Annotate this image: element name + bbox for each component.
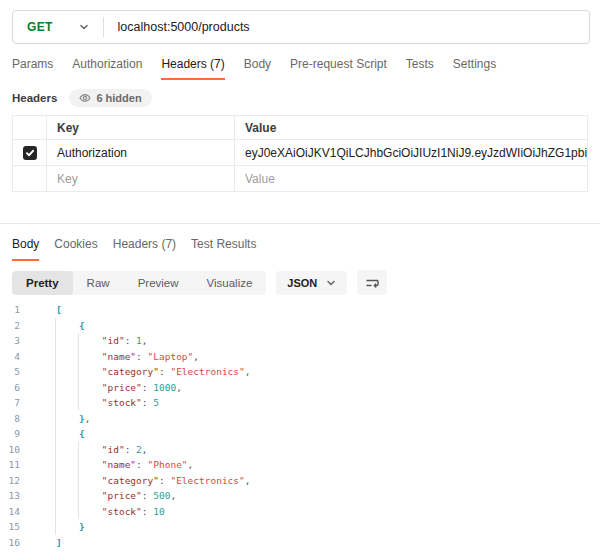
- line-number: 10: [0, 442, 20, 458]
- response-toolbar: Pretty Raw Preview Visualize JSON: [0, 270, 600, 295]
- headers-section-title: Headers: [12, 92, 57, 104]
- indent-guide: [78, 333, 79, 411]
- table-row: Authorization eyJ0eXAiOiJKV1QiLCJhbGciOi…: [13, 140, 588, 166]
- method-label: GET: [27, 20, 53, 34]
- divider: [103, 17, 104, 37]
- key-column-header: Key: [47, 116, 235, 140]
- hidden-headers-toggle[interactable]: 6 hidden: [69, 89, 151, 107]
- view-mode-switcher: Pretty Raw Preview Visualize: [12, 271, 266, 295]
- new-value-input[interactable]: Value: [235, 166, 588, 192]
- response-tab-cookies[interactable]: Cookies: [54, 237, 97, 261]
- header-value-cell[interactable]: eyJ0eXAiOiJKV1QiLCJhbGciOiJIUzI1NiJ9.eyJ…: [235, 140, 588, 166]
- view-mode-raw[interactable]: Raw: [73, 271, 124, 295]
- method-dropdown[interactable]: GET: [13, 20, 103, 34]
- code-line: 8 },: [0, 411, 600, 427]
- value-column-header: Value: [235, 116, 588, 140]
- code-line: 1[: [0, 302, 600, 318]
- code-line: 16]: [0, 535, 600, 551]
- header-enabled-cell: [13, 140, 47, 166]
- hidden-headers-count: 6 hidden: [96, 92, 141, 104]
- indent-guide: [78, 442, 79, 520]
- code-line: 14 "stock": 10: [0, 504, 600, 520]
- code-line: 13 "price": 500,: [0, 488, 600, 504]
- tab-pre-request-script[interactable]: Pre-request Script: [290, 57, 387, 80]
- code-line: 11 "name": "Phone",: [0, 457, 600, 473]
- format-dropdown[interactable]: JSON: [276, 271, 347, 295]
- empty-checkbox-cell: [13, 166, 47, 192]
- response-tabs: Body Cookies Headers (7) Test Results: [0, 237, 600, 261]
- url-input[interactable]: [118, 20, 589, 34]
- eye-icon: [79, 92, 91, 104]
- format-selected-label: JSON: [287, 277, 317, 289]
- tab-settings[interactable]: Settings: [453, 57, 496, 80]
- line-number: 2: [0, 318, 20, 334]
- response-tab-test-results[interactable]: Test Results: [191, 237, 256, 261]
- header-key-cell[interactable]: Authorization: [47, 140, 235, 166]
- code-line: 15 }: [0, 519, 600, 535]
- code-line: 12 "category": "Electronics",: [0, 473, 600, 489]
- code-line: 6 "price": 1000,: [0, 380, 600, 396]
- line-number: 11: [0, 457, 20, 473]
- tab-tests[interactable]: Tests: [406, 57, 434, 80]
- line-number: 9: [0, 426, 20, 442]
- line-number: 15: [0, 519, 20, 535]
- line-number: 3: [0, 333, 20, 349]
- code-line: 4 "name": "Laptop",: [0, 349, 600, 365]
- response-tab-headers[interactable]: Headers (7): [113, 237, 176, 261]
- response-section-divider: [0, 223, 600, 224]
- line-number: 16: [0, 535, 20, 551]
- headers-section-header: Headers 6 hidden: [0, 89, 600, 107]
- headers-table: Key Value Authorization eyJ0eXAiOiJKV1Qi…: [12, 115, 588, 192]
- tab-authorization[interactable]: Authorization: [72, 57, 142, 80]
- response-tab-body[interactable]: Body: [12, 237, 39, 261]
- line-number: 6: [0, 380, 20, 396]
- line-number: 13: [0, 488, 20, 504]
- line-number: 1: [0, 302, 20, 318]
- view-mode-pretty[interactable]: Pretty: [12, 271, 73, 295]
- tab-body[interactable]: Body: [244, 57, 271, 80]
- line-number: 4: [0, 349, 20, 365]
- line-number: 5: [0, 364, 20, 380]
- wrap-text-button[interactable]: [357, 270, 387, 295]
- line-number: 8: [0, 411, 20, 427]
- line-number: 12: [0, 473, 20, 489]
- wrap-text-icon: [364, 275, 380, 291]
- indent-guide: [55, 318, 56, 535]
- code-line: 10 "id": 2,: [0, 442, 600, 458]
- table-header-row: Key Value: [13, 116, 588, 140]
- tab-params[interactable]: Params: [12, 57, 53, 80]
- response-code[interactable]: 1[2 {3 "id": 1,4 "name": "Laptop",5 "cat…: [0, 302, 600, 550]
- header-enabled-checkbox[interactable]: [23, 146, 37, 160]
- tab-headers[interactable]: Headers (7): [161, 57, 224, 80]
- checkbox-column-header: [13, 116, 47, 140]
- code-line: 3 "id": 1,: [0, 333, 600, 349]
- table-row-placeholder: Key Value: [13, 166, 588, 192]
- chevron-down-icon: [79, 22, 89, 32]
- code-line: 9 {: [0, 426, 600, 442]
- code-line: 7 "stock": 5: [0, 395, 600, 411]
- line-number: 14: [0, 504, 20, 520]
- code-line: 5 "category": "Electronics",: [0, 364, 600, 380]
- request-url-bar: GET: [12, 10, 590, 44]
- new-key-input[interactable]: Key: [47, 166, 235, 192]
- code-line: 2 {: [0, 318, 600, 334]
- line-number: 7: [0, 395, 20, 411]
- request-tabs: Params Authorization Headers (7) Body Pr…: [0, 57, 600, 80]
- view-mode-visualize[interactable]: Visualize: [193, 271, 267, 295]
- view-mode-preview[interactable]: Preview: [124, 271, 193, 295]
- check-icon: [25, 148, 35, 158]
- chevron-down-icon: [326, 278, 336, 288]
